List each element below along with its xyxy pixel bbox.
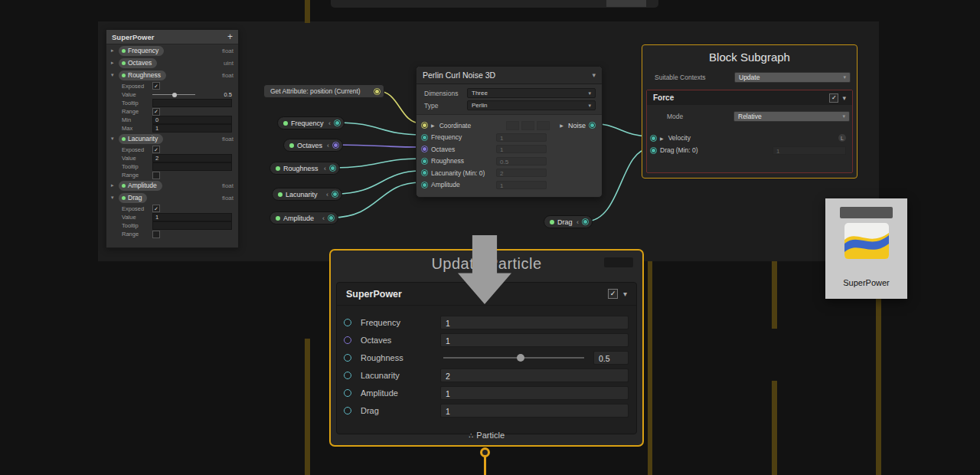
collapse-caret-icon[interactable]: ▾ <box>111 72 119 78</box>
octaves-input-port[interactable] <box>421 146 428 152</box>
chevron-down-icon[interactable]: ▾ <box>592 71 596 79</box>
param-node-drag[interactable]: Drag ‹ <box>544 215 593 228</box>
octaves-value-field[interactable]: 1 <box>496 145 547 153</box>
velocity-input-port[interactable] <box>650 135 657 142</box>
expand-arrow-icon[interactable]: ▶ <box>560 123 564 128</box>
frequency-input-port[interactable] <box>421 134 428 141</box>
lacunarity-value-field[interactable]: 2 <box>496 169 547 177</box>
property-pill[interactable]: Octaves <box>119 58 157 68</box>
tooltip-field[interactable] <box>152 162 232 171</box>
mode-dropdown[interactable]: Relative▾ <box>733 111 850 122</box>
collapse-icon[interactable]: ‹ <box>577 218 579 226</box>
force-enabled-checkbox[interactable]: ✓ <box>829 93 838 103</box>
param-node-octaves[interactable]: Octaves ‹ <box>283 139 343 152</box>
perlin-curl-noise-node[interactable]: Perlin Curl Noise 3D ▾ Dimensions Three▾… <box>416 66 603 198</box>
amplitude-value-field[interactable]: 1 <box>496 181 547 189</box>
lacunarity-port[interactable] <box>344 372 351 379</box>
range-checkbox[interactable]: ✓ <box>152 108 160 116</box>
expand-caret-icon[interactable]: ▸ <box>111 48 119 54</box>
max-field[interactable]: 1 <box>152 124 232 133</box>
range-checkbox[interactable] <box>152 231 160 238</box>
collapse-icon[interactable]: ‹ <box>326 191 328 198</box>
amplitude-field[interactable]: 1 <box>440 386 629 400</box>
frequency-port[interactable] <box>344 319 351 326</box>
slider-handle[interactable] <box>172 93 177 97</box>
expand-arrow-icon[interactable]: ▶ <box>660 136 664 141</box>
expand-caret-icon[interactable]: ▸ <box>111 182 119 188</box>
dimensions-dropdown[interactable]: Three▾ <box>467 88 596 98</box>
flow-output-port[interactable] <box>480 447 490 457</box>
chevron-down-icon[interactable]: ▾ <box>623 290 627 298</box>
collapse-icon[interactable]: ‹ <box>327 142 329 149</box>
expand-caret-icon[interactable]: ▸ <box>111 60 119 66</box>
type-dropdown[interactable]: Perlin▾ <box>467 100 596 110</box>
subgraph-asset-card[interactable]: SuperPower <box>825 198 907 299</box>
param-output-port[interactable] <box>328 215 335 221</box>
tooltip-field[interactable] <box>152 221 232 230</box>
param-output-port[interactable] <box>334 120 341 126</box>
collapse-caret-icon[interactable]: ▾ <box>111 195 119 201</box>
drag-port[interactable] <box>344 407 351 414</box>
blackboard-property-lacunarity[interactable]: ▾ Lacunarity float <box>106 133 238 145</box>
value-field[interactable]: 1 <box>152 213 232 221</box>
y-field[interactable] <box>521 121 534 130</box>
property-pill[interactable]: Roughness <box>119 70 166 80</box>
blackboard-property-drag[interactable]: ▾ Drag float <box>106 192 238 204</box>
exposed-checkbox[interactable]: ✓ <box>152 146 160 153</box>
frequency-value-field[interactable]: 1 <box>496 133 547 142</box>
collapse-icon[interactable]: ‹ <box>328 120 331 127</box>
tooltip-field[interactable] <box>152 99 232 107</box>
drag-field[interactable]: 1 <box>440 404 629 418</box>
amplitude-port[interactable] <box>344 389 351 397</box>
collapse-icon[interactable]: ‹ <box>322 215 325 222</box>
property-pill[interactable]: Amplitude <box>119 181 162 191</box>
superpower-block[interactable]: SuperPower ✓ ▾ Frequency 1 Octaves 1 Rou… <box>336 282 637 434</box>
frequency-field[interactable]: 1 <box>440 316 629 329</box>
expand-arrow-icon[interactable]: ▶ <box>431 123 435 128</box>
z-field[interactable] <box>537 121 550 130</box>
context-options-badge[interactable] <box>604 257 633 267</box>
param-output-port[interactable] <box>332 191 338 198</box>
exposed-checkbox[interactable]: ✓ <box>152 82 160 90</box>
block-enabled-checkbox[interactable]: ✓ <box>608 289 618 299</box>
property-pill[interactable]: Lacunarity <box>119 134 163 144</box>
collapse-caret-icon[interactable]: ▾ <box>111 136 119 142</box>
param-node-lacunarity[interactable]: Lacunarity ‹ <box>272 188 342 201</box>
blackboard-header[interactable]: SuperPower + <box>106 30 238 44</box>
roughness-port[interactable] <box>344 354 351 362</box>
node-header[interactable]: Perlin Curl Noise 3D ▾ <box>416 67 602 84</box>
param-node-roughness[interactable]: Roughness ‹ <box>270 162 340 175</box>
value-slider[interactable] <box>152 94 195 95</box>
param-node-frequency[interactable]: Frequency ‹ <box>277 116 345 129</box>
coordinate-input-port[interactable] <box>421 122 428 129</box>
suitable-contexts-dropdown[interactable]: Update▾ <box>734 72 851 83</box>
lacunarity-field[interactable]: 2 <box>440 369 629 382</box>
value-field[interactable]: 2 <box>152 154 232 162</box>
roughness-slider[interactable] <box>440 351 587 365</box>
force-block-header[interactable]: Force ✓ ▾ <box>647 90 852 105</box>
collapse-icon[interactable]: ‹ <box>324 165 326 172</box>
blackboard-property-octaves[interactable]: ▸ Octaves uint <box>106 57 238 69</box>
property-pill[interactable]: Frequency <box>119 46 164 56</box>
param-output-port[interactable] <box>582 218 589 225</box>
x-field[interactable] <box>506 121 519 130</box>
lacunarity-input-port[interactable] <box>421 169 428 176</box>
range-checkbox[interactable] <box>152 172 160 179</box>
property-pill[interactable]: Drag <box>119 193 147 203</box>
octaves-field[interactable]: 1 <box>440 333 629 347</box>
noise-output-port[interactable] <box>589 122 596 129</box>
blackboard-property-roughness[interactable]: ▾ Roughness float <box>106 69 238 81</box>
roughness-field[interactable]: 0.5 <box>593 351 629 365</box>
param-node-amplitude[interactable]: Amplitude ‹ <box>270 211 338 224</box>
octaves-port[interactable] <box>344 336 351 344</box>
position-output-port[interactable] <box>374 88 381 95</box>
add-property-button[interactable]: + <box>227 31 233 42</box>
exposed-checkbox[interactable]: ✓ <box>152 205 160 212</box>
chevron-down-icon[interactable]: ▾ <box>842 94 846 102</box>
blackboard-property-amplitude[interactable]: ▸ Amplitude float <box>106 179 238 192</box>
roughness-input-port[interactable] <box>421 158 428 165</box>
amplitude-input-port[interactable] <box>421 182 428 188</box>
param-output-port[interactable] <box>332 142 339 149</box>
param-output-port[interactable] <box>329 165 336 172</box>
get-attribute-node[interactable]: Get Attribute: position (Current) <box>263 84 384 98</box>
